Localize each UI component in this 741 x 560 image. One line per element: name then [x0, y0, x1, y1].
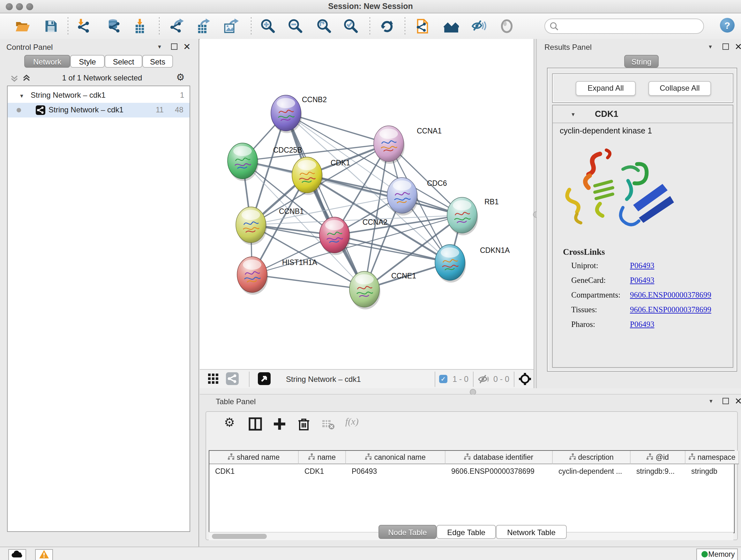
function-builder-icon[interactable]: f(x): [345, 416, 359, 427]
collection-expand-icon[interactable]: ▼: [19, 89, 24, 104]
zoom-out-icon[interactable]: [288, 18, 303, 34]
table-cell[interactable]: CDK1: [209, 464, 299, 478]
control-panel-float-icon[interactable]: [171, 44, 178, 50]
node-CDKN1A[interactable]: CDKN1A: [435, 245, 510, 283]
collapse-all-button[interactable]: Collapse All: [649, 81, 711, 96]
save-session-icon[interactable]: [44, 18, 59, 34]
tab-network-table[interactable]: Network Table: [496, 525, 567, 539]
table-cell[interactable]: P06493: [346, 464, 446, 478]
crosslink-link[interactable]: 9606.ENSP00000378699: [630, 305, 711, 315]
control-panel-close-icon[interactable]: ✕: [183, 44, 191, 50]
node-CCNB1[interactable]: CCNB1: [236, 207, 304, 245]
collection-count: 1: [180, 88, 184, 103]
tab-network[interactable]: Network: [24, 55, 70, 68]
crosslink-link[interactable]: P06493: [630, 261, 654, 271]
table-cell[interactable]: cyclin-dependent ...: [553, 464, 630, 478]
zoom-in-icon[interactable]: [260, 18, 276, 34]
cloud-status-button[interactable]: [8, 549, 26, 560]
zoom-selected-icon[interactable]: [343, 18, 359, 34]
tab-style[interactable]: Style: [70, 55, 105, 68]
results-panel-menu-icon[interactable]: ▼: [708, 44, 713, 50]
memory-button[interactable]: Memory: [696, 548, 738, 560]
hidden-nodes-eye-icon[interactable]: [478, 374, 490, 384]
network-canvas[interactable]: CCNB2CCNA1CDC25BCDK1CDC6RB1CCNB1CCNA2CDK…: [200, 39, 534, 369]
share-document-icon[interactable]: [415, 18, 430, 34]
node-CDC25B[interactable]: CDC25B: [227, 143, 302, 181]
control-panel-menu-icon[interactable]: ▼: [157, 44, 162, 50]
table-cell[interactable]: stringdb:9...: [630, 464, 685, 478]
edge-CCNA2-CDKN1A[interactable]: [334, 235, 450, 262]
column-header-shared-name[interactable]: shared name: [209, 451, 299, 464]
splitter-handle[interactable]: [470, 389, 476, 395]
selected-nodes-checkbox[interactable]: ✓: [439, 375, 448, 383]
show-hidden-icon[interactable]: [499, 18, 515, 34]
tab-string[interactable]: String: [624, 55, 659, 68]
crosslink-link[interactable]: P06493: [630, 320, 654, 329]
network-collection-row[interactable]: ▼ String Network – cdk1 1: [8, 88, 190, 103]
network-edges: [243, 113, 462, 289]
results-panel-float-icon[interactable]: [723, 44, 729, 50]
expand-all-button[interactable]: Expand All: [576, 81, 636, 96]
export-network-icon[interactable]: [169, 18, 185, 34]
gene-entry-header[interactable]: ▼ CDK1: [553, 105, 733, 123]
control-panel: Control Panel ▼ ✕ NetworkStyleSelectSets…: [0, 39, 199, 547]
refresh-view-icon[interactable]: [379, 18, 394, 34]
column-header-name[interactable]: name: [299, 451, 346, 464]
expand-all-networks-icon[interactable]: [22, 74, 30, 82]
network-options-gear-icon[interactable]: ⚙: [176, 71, 185, 83]
tab-edge-table[interactable]: Edge Table: [436, 525, 496, 539]
table-panel-close-icon[interactable]: ✕: [735, 398, 741, 404]
table-panel-menu-icon[interactable]: ▼: [709, 398, 714, 404]
table-panel: Table Panel ▼ ✕ ⚙ f(x) shared name name …: [200, 395, 741, 547]
node-CCNA2[interactable]: CCNA2: [320, 217, 387, 255]
column-header-description[interactable]: description: [553, 451, 630, 464]
column-header-canonical-name[interactable]: canonical name: [346, 451, 446, 464]
network-row-selected[interactable]: String Network – cdk1 11 48: [8, 103, 190, 118]
warnings-button[interactable]: [35, 549, 53, 560]
node-CCNB2[interactable]: CCNB2: [271, 95, 327, 133]
import-network-from-database-icon[interactable]: [106, 18, 121, 34]
crosslink-link[interactable]: P06493: [630, 276, 654, 286]
hide-selected-icon[interactable]: [471, 18, 486, 34]
delete-column-trash-icon[interactable]: [297, 417, 311, 431]
collapse-all-networks-icon[interactable]: [10, 74, 18, 82]
vertical-splitter[interactable]: [534, 39, 537, 388]
table-cell[interactable]: stringdb: [685, 464, 739, 478]
column-header-namespace[interactable]: namespace: [685, 451, 739, 464]
return-to-gallery-icon[interactable]: [444, 18, 459, 34]
table-panel-float-icon[interactable]: [723, 398, 729, 404]
help-button[interactable]: ?: [720, 18, 735, 33]
import-network-from-file-icon[interactable]: [75, 18, 91, 34]
column-header--id[interactable]: @id: [630, 451, 685, 464]
open-session-icon[interactable]: [15, 18, 30, 34]
column-header-database-identifier[interactable]: database identifier: [446, 451, 553, 464]
horizontal-splitter[interactable]: [200, 388, 741, 395]
grid-mode-icon[interactable]: [208, 374, 219, 385]
create-column-plus-icon[interactable]: [273, 417, 286, 431]
crosslink-link[interactable]: 9606.ENSP00000378699: [630, 291, 711, 300]
zoom-fit-content-icon[interactable]: [317, 18, 332, 34]
delete-table-icon[interactable]: [321, 417, 335, 431]
entry-collapse-icon[interactable]: ▼: [570, 112, 576, 118]
node-RB1[interactable]: RB1: [447, 197, 499, 235]
show-columns-icon[interactable]: [248, 417, 262, 431]
import-table-from-file-icon[interactable]: [132, 18, 147, 34]
tab-select[interactable]: Select: [105, 55, 142, 68]
tab-sets[interactable]: Sets: [142, 55, 173, 68]
table-cell[interactable]: CDK1: [299, 464, 346, 478]
node-CDC6[interactable]: CDC6: [387, 178, 447, 215]
tab-node-table[interactable]: Node Table: [379, 525, 436, 539]
export-image-icon[interactable]: [223, 18, 239, 34]
node-CCNE1[interactable]: CCNE1: [349, 271, 416, 309]
edge-HIST1H1A-CCNE1[interactable]: [252, 274, 364, 289]
search-input[interactable]: [544, 18, 704, 34]
results-panel-close-icon[interactable]: ✕: [735, 44, 741, 50]
export-table-icon[interactable]: [195, 18, 211, 34]
table-cell[interactable]: 9606.ENSP00000378699: [446, 464, 553, 478]
reposition-crosshair-icon[interactable]: [518, 372, 532, 386]
node-CDK1[interactable]: CDK1: [292, 157, 350, 195]
node-CCNA1[interactable]: CCNA1: [374, 126, 442, 164]
birds-eye-view-icon[interactable]: [258, 372, 271, 385]
table-settings-gear-icon[interactable]: ⚙: [224, 415, 238, 429]
string-app-icon[interactable]: [226, 372, 239, 385]
